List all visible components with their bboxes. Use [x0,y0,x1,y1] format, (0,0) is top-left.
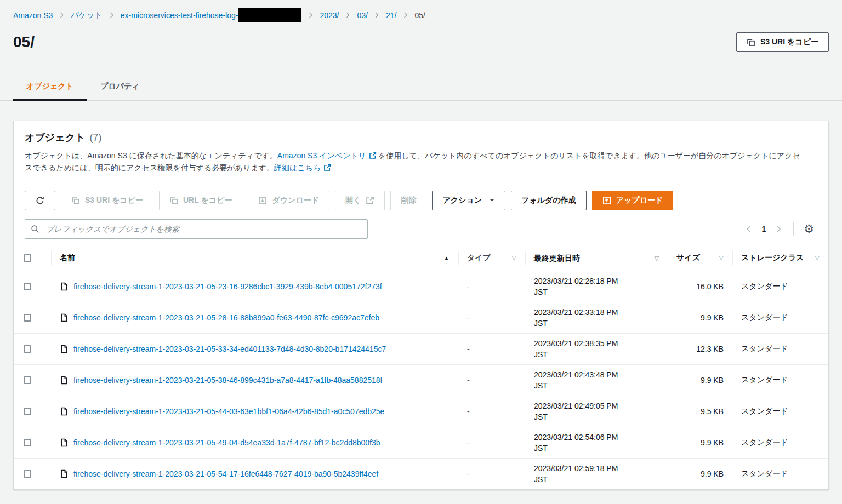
table-row: firehose-delivery-stream-1-2023-03-21-05… [14,396,828,427]
row-checkbox[interactable] [24,376,31,384]
breadcrumb-item: 03/ [357,11,367,20]
breadcrumb-chevron-icon [308,12,314,19]
object-last-modified: 2023/03/21 02:59:18 PMJST [525,459,668,489]
row-checkbox[interactable] [24,345,31,353]
object-name-link[interactable]: firehose-delivery-stream-1-2023-03-21-05… [73,313,379,322]
column-header-modified[interactable]: 最終更新日時▽ [525,245,668,271]
modified-date: 2023/03/21 02:33:18 PM [534,307,659,318]
breadcrumb-chevron-icon [345,12,351,19]
create-folder-button-label: フォルダの作成 [521,196,576,205]
open-button[interactable]: 開く [335,191,385,210]
current-page-number: 1 [757,225,770,233]
breadcrumb-link[interactable]: Amazon S3 [13,11,53,20]
table-row: firehose-delivery-stream-1-2023-03-21-05… [14,427,828,458]
refresh-button[interactable] [25,191,55,210]
breadcrumb-link[interactable]: 21/ [386,11,396,20]
objects-count: (7) [89,132,101,143]
row-checkbox-cell [14,283,51,290]
copy-s3-uri-label: S3 URI をコピー [760,37,818,47]
actions-button-label: アクション [442,196,482,205]
tab-bar: オブジェクト プロパティ [0,74,842,101]
next-page-button[interactable] [770,223,787,235]
row-checkbox[interactable] [24,314,31,322]
toolbar: S3 URI をコピーURL をコピーダウンロード開く削除アクションフォルダの作… [14,182,828,210]
download-icon [258,196,267,205]
table-header-row: 名前▲タイプ▽最終更新日時▽サイズ▽ストレージクラス▽ [14,245,828,271]
caret-down-icon [489,197,495,203]
create-folder-button[interactable]: フォルダの作成 [511,191,587,210]
sort-ascending-icon[interactable]: ▲ [443,255,450,261]
description-link[interactable]: Amazon S3 インベントリ [277,151,366,160]
object-name-link[interactable]: firehose-delivery-stream-1-2023-03-21-05… [73,407,384,416]
modified-date: 2023/03/21 02:59:18 PM [534,463,659,474]
object-size: 16.0 KB [668,278,732,295]
object-type: - [458,309,525,327]
tab-properties[interactable]: プロパティ [87,74,153,100]
breadcrumb-link[interactable]: ex-microservices-test-firehose-log- [121,11,238,20]
gear-icon[interactable]: ⚙ [800,223,817,234]
description-link[interactable]: 詳細はこちら [274,163,321,172]
object-size: 9.9 KB [668,371,732,389]
object-name-cell: firehose-delivery-stream-1-2023-03-21-05… [51,433,458,453]
row-checkbox[interactable] [24,439,31,446]
delete-button[interactable]: 削除 [390,191,426,210]
row-checkbox-cell [14,345,51,353]
copy-icon [747,38,755,47]
modified-timezone: JST [534,411,659,422]
object-name-link[interactable]: firehose-delivery-stream-1-2023-03-21-05… [73,376,382,385]
object-name-cell: firehose-delivery-stream-1-2023-03-21-05… [51,308,458,328]
row-checkbox[interactable] [24,470,31,478]
sort-icon[interactable]: ▽ [719,254,724,261]
breadcrumb-link[interactable]: 2023/ [320,11,339,20]
actions-button[interactable]: アクション [432,191,505,210]
object-size: 9.9 KB [668,309,732,327]
copy-url-button[interactable]: URL をコピー [159,191,242,210]
object-name-link[interactable]: firehose-delivery-stream-1-2023-03-21-05… [73,469,378,478]
refresh-icon [36,196,44,205]
row-checkbox-cell [14,408,51,415]
object-storage-class: スタンダード [732,433,828,452]
object-storage-class: スタンダード [732,340,828,358]
file-icon [60,313,69,322]
copy-s3-uri-header-button[interactable]: S3 URI をコピー [736,32,829,52]
row-checkbox-cell [14,314,51,322]
column-header-size[interactable]: サイズ▽ [668,245,732,271]
object-name-link[interactable]: firehose-delivery-stream-1-2023-03-21-05… [73,345,386,353]
row-checkbox[interactable] [24,283,31,290]
object-name-link[interactable]: firehose-delivery-stream-1-2023-03-21-05… [73,438,380,447]
breadcrumb-link[interactable]: バケット [71,10,102,20]
file-icon [60,407,69,416]
file-icon [60,282,69,291]
column-header-name[interactable]: 名前▲ [51,245,458,271]
modified-date: 2023/03/21 02:43:48 PM [534,369,659,380]
search-input[interactable] [25,219,368,239]
column-header-type[interactable]: タイプ▽ [458,245,525,271]
modified-timezone: JST [534,349,659,360]
external-icon [366,196,374,205]
sort-icon[interactable]: ▽ [512,254,516,261]
previous-page-button[interactable] [741,223,757,235]
copy-icon [71,196,80,205]
sort-icon[interactable]: ▽ [655,253,659,264]
object-name-link[interactable]: firehose-delivery-stream-1-2023-03-21-05… [73,282,382,291]
download-button[interactable]: ダウンロード [248,191,329,210]
object-type: - [458,465,525,483]
select-all-cell [14,245,51,271]
column-label: ストレージクラス [741,253,804,263]
row-checkbox[interactable] [24,408,31,415]
copy-s3-uri-button[interactable]: S3 URI をコピー [61,191,153,210]
object-type: - [458,403,525,420]
sort-icon[interactable]: ▽ [815,254,820,261]
upload-button[interactable]: アップロード [592,191,674,210]
column-label: 名前 [60,253,75,263]
object-size: 9.5 KB [668,403,732,420]
object-last-modified: 2023/03/21 02:38:35 PMJST [525,334,668,364]
objects-panel-header: オブジェクト (7) オブジェクトは、Amazon S3 に保存された基本的なエ… [14,121,828,174]
tab-objects[interactable]: オブジェクト [13,74,87,100]
breadcrumb-link[interactable]: 03/ [357,11,367,20]
column-header-storage[interactable]: ストレージクラス▽ [732,245,828,271]
breadcrumb-chevron-icon [374,12,380,19]
breadcrumb-item: ex-microservices-test-firehose-log- [121,8,302,22]
select-all-checkbox[interactable] [24,254,31,262]
object-name-cell: firehose-delivery-stream-1-2023-03-21-05… [51,370,458,390]
